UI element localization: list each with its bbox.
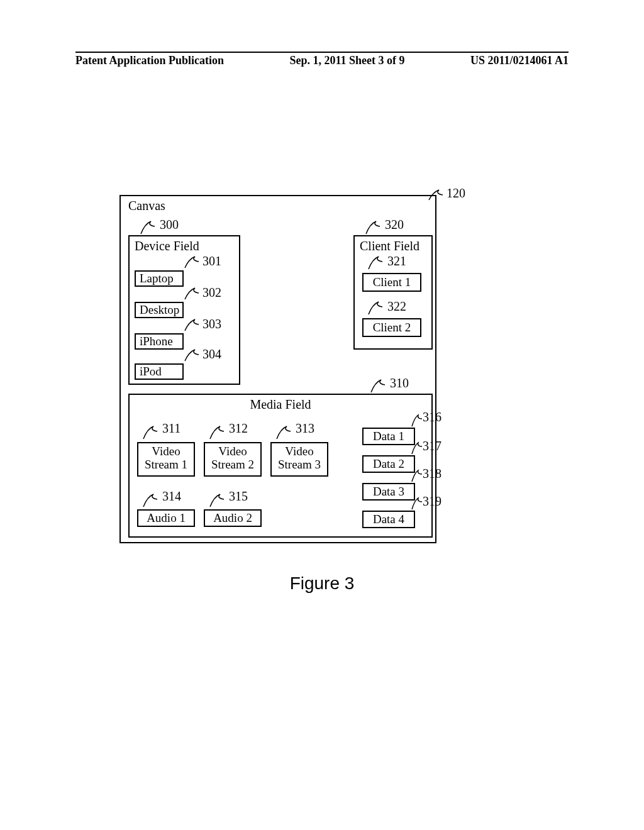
device-field-label: Device Field xyxy=(135,239,199,253)
device-ipod: iPod xyxy=(135,363,184,380)
ref-316: 316 xyxy=(423,410,441,424)
canvas-label: Canvas xyxy=(128,199,165,213)
ref-317: 317 xyxy=(423,439,441,453)
ref-314: 314 xyxy=(162,489,181,504)
data-1: Data 1 xyxy=(362,428,415,445)
canvas: Canvas 300 Device Field Laptop Desktop i… xyxy=(119,195,436,543)
ref-301: 301 xyxy=(203,254,221,268)
audio-1: Audio 1 xyxy=(137,509,195,527)
ref-318: 318 xyxy=(423,467,441,481)
header-left: Patent Application Publication xyxy=(75,54,224,67)
page-header: Patent Application Publication Sep. 1, 2… xyxy=(75,52,569,67)
audio-2: Audio 2 xyxy=(204,509,262,527)
ref-320: 320 xyxy=(385,218,404,232)
ref-313: 313 xyxy=(296,421,314,436)
client-field: Client Field Client 1 Client 2 xyxy=(353,235,433,350)
header-center: Sep. 1, 2011 Sheet 3 of 9 xyxy=(289,54,404,67)
video-stream-2: Video Stream 2 xyxy=(204,442,262,477)
data-4: Data 4 xyxy=(362,511,415,528)
device-desktop: Desktop xyxy=(135,302,184,318)
ref-312: 312 xyxy=(229,421,248,436)
ref-120: 120 xyxy=(447,186,465,201)
media-field-label: Media Field xyxy=(130,397,431,412)
ref-300: 300 xyxy=(160,218,179,232)
video-stream-3: Video Stream 3 xyxy=(270,442,328,477)
client-1: Client 1 xyxy=(362,273,421,292)
ref-311: 311 xyxy=(162,421,180,436)
device-laptop: Laptop xyxy=(135,270,184,287)
figure-caption: Figure 3 xyxy=(0,573,644,594)
ref-304: 304 xyxy=(203,347,221,362)
ref-321: 321 xyxy=(387,254,406,268)
video-stream-1: Video Stream 1 xyxy=(137,442,195,477)
device-iphone: iPhone xyxy=(135,333,184,350)
header-right: US 2011/0214061 A1 xyxy=(470,54,569,67)
figure-container: Canvas 300 Device Field Laptop Desktop i… xyxy=(119,195,447,543)
ref-315: 315 xyxy=(229,489,248,504)
ref-310: 310 xyxy=(390,376,409,390)
client-2: Client 2 xyxy=(362,318,421,337)
ref-319: 319 xyxy=(423,494,441,509)
ref-303: 303 xyxy=(203,317,221,331)
media-field: Media Field Video Stream 1 Video Stream … xyxy=(128,394,433,538)
data-3: Data 3 xyxy=(362,483,415,501)
data-2: Data 2 xyxy=(362,455,415,473)
ref-302: 302 xyxy=(203,285,221,300)
ref-322: 322 xyxy=(387,299,406,314)
client-field-label: Client Field xyxy=(360,239,419,253)
